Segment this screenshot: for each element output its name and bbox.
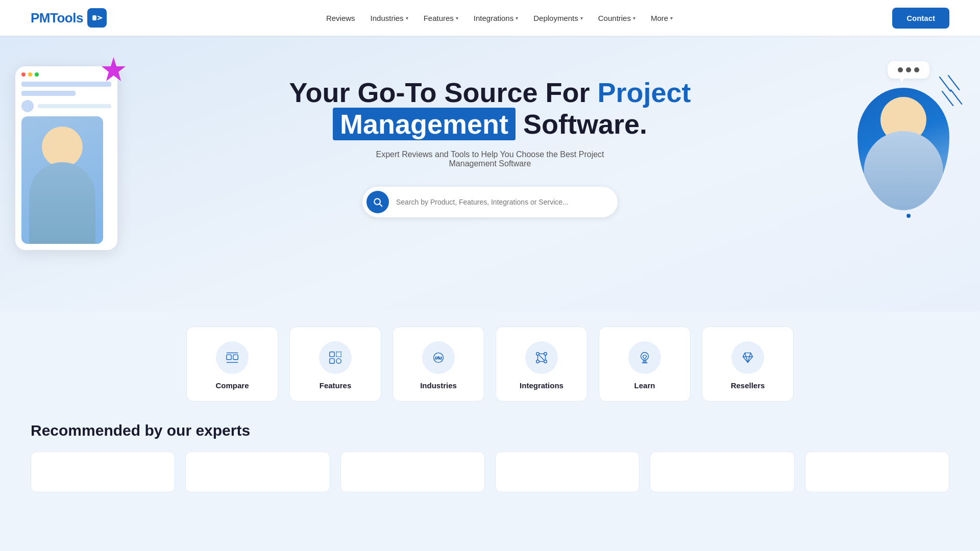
nav-link-countries[interactable]: Countries ▾	[598, 14, 635, 22]
chevron-down-icon: ▾	[633, 15, 635, 21]
chevron-down-icon: ▾	[516, 15, 518, 21]
contact-button[interactable]: Contact	[892, 8, 949, 29]
svg-rect-5	[233, 355, 238, 359]
learn-icon	[637, 350, 652, 365]
quick-card-resellers-label: Resellers	[731, 381, 765, 390]
nav-item-more[interactable]: More ▾	[651, 14, 673, 22]
nav-item-reviews[interactable]: Reviews	[326, 14, 355, 22]
quick-card-learn-label: Learn	[634, 381, 655, 390]
compare-icon-container	[216, 341, 249, 374]
hero-title: Your Go-To Source For Project Management…	[286, 77, 694, 140]
svg-rect-0	[92, 15, 96, 20]
integrations-icon-container	[525, 341, 558, 374]
quick-card-integrations-label: Integrations	[520, 381, 564, 390]
nav-link-integrations[interactable]: Integrations ▾	[474, 14, 518, 22]
search-bar	[362, 187, 618, 217]
svg-point-16	[544, 360, 547, 363]
rec-card-4[interactable]	[495, 452, 640, 492]
logo-icon	[87, 8, 107, 28]
rec-card-3[interactable]	[340, 452, 485, 492]
navbar: PMTools Reviews Industries ▾ Features ▾	[0, 0, 980, 36]
svg-line-3	[380, 204, 382, 207]
chevron-down-icon: ▾	[456, 15, 458, 21]
features-icon	[328, 350, 343, 365]
quick-card-industries[interactable]: PM Industries	[393, 327, 484, 402]
svg-rect-4	[227, 355, 231, 359]
search-input[interactable]	[389, 198, 609, 206]
nav-item-features[interactable]: Features ▾	[424, 14, 458, 22]
quick-card-features[interactable]: Features	[289, 327, 381, 402]
svg-point-10	[336, 359, 341, 363]
logo[interactable]: PMTools	[31, 8, 107, 28]
nav-item-deployments[interactable]: Deployments ▾	[533, 14, 583, 22]
rec-card-2[interactable]	[185, 452, 330, 492]
features-icon-container	[319, 341, 352, 374]
svg-point-15	[536, 360, 540, 363]
industries-icon: PM	[431, 350, 446, 365]
quick-links-section: Compare Features PM Industries	[0, 311, 980, 407]
chevron-down-icon: ▾	[406, 15, 408, 21]
quick-card-learn[interactable]: Learn	[599, 327, 691, 402]
rec-card-1[interactable]	[31, 452, 175, 492]
resellers-icon	[740, 350, 755, 365]
compare-icon	[225, 350, 240, 365]
brand-name: PMTools	[31, 10, 83, 26]
recommended-cards	[31, 452, 949, 492]
resellers-icon-container	[731, 341, 764, 374]
quick-card-features-label: Features	[320, 381, 352, 390]
rec-card-6[interactable]	[805, 452, 949, 492]
quick-card-integrations[interactable]: Integrations	[496, 327, 587, 402]
rec-card-5[interactable]	[650, 452, 794, 492]
nav-link-more[interactable]: More ▾	[651, 14, 673, 22]
hero-content: Your Go-To Source For Project Management…	[31, 66, 949, 217]
recommended-title: Recommended by our experts	[31, 422, 949, 439]
search-button[interactable]	[366, 191, 389, 213]
svg-point-14	[544, 353, 547, 356]
nav-link-industries[interactable]: Industries ▾	[371, 14, 408, 22]
nav-link-features[interactable]: Features ▾	[424, 14, 458, 22]
nav-item-integrations[interactable]: Integrations ▾	[474, 14, 518, 22]
industries-icon-container: PM	[422, 341, 455, 374]
quick-card-industries-label: Industries	[420, 381, 457, 390]
quick-card-resellers[interactable]: Resellers	[702, 327, 794, 402]
nav-item-countries[interactable]: Countries ▾	[598, 14, 635, 22]
chevron-down-icon: ▾	[670, 15, 673, 21]
nav-item-industries[interactable]: Industries ▾	[371, 14, 408, 22]
hero-section: Your Go-To Source For Project Management…	[0, 36, 980, 311]
quick-card-compare[interactable]: Compare	[186, 327, 278, 402]
svg-rect-8	[330, 352, 334, 357]
learn-icon-container	[628, 341, 661, 374]
integrations-icon	[534, 350, 549, 365]
hero-subtitle: Expert Reviews and Tools to Help You Cho…	[352, 150, 628, 168]
nav-link-deployments[interactable]: Deployments ▾	[533, 14, 583, 22]
nav-links: Reviews Industries ▾ Features ▾ Integrat…	[326, 14, 673, 22]
svg-rect-9	[330, 359, 334, 363]
chevron-down-icon: ▾	[580, 15, 583, 21]
quick-card-compare-label: Compare	[215, 381, 249, 390]
svg-point-13	[536, 353, 540, 356]
svg-line-21	[539, 355, 544, 360]
nav-link-reviews[interactable]: Reviews	[326, 14, 355, 22]
recommended-section: Recommended by our experts	[0, 407, 980, 492]
